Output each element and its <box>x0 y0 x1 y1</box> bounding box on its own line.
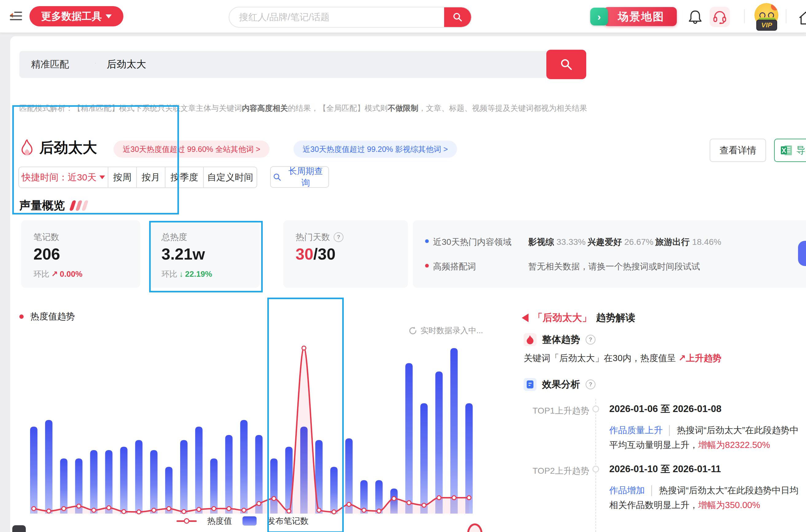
search-icon <box>452 12 463 23</box>
chart-data-point[interactable] <box>332 510 336 514</box>
line-legend-icon[interactable] <box>176 518 197 524</box>
chart-data-point[interactable] <box>107 506 111 510</box>
chart-bar[interactable] <box>420 403 428 514</box>
red-dot-icon <box>425 264 429 268</box>
chart-data-point[interactable] <box>302 346 306 350</box>
effect-analysis-section-title: 效果分析 ? <box>524 378 596 391</box>
triangle-left-icon <box>522 314 528 322</box>
long-cycle-query-button[interactable]: 长周期查询 <box>270 166 329 188</box>
chart-bar[interactable] <box>225 435 233 514</box>
chart-bar[interactable] <box>45 420 53 514</box>
chart-bar[interactable] <box>135 440 143 514</box>
chart-bar[interactable] <box>120 447 127 514</box>
chart-data-point[interactable] <box>182 510 186 514</box>
help-icon[interactable]: ? <box>334 232 343 242</box>
legend-bar-label[interactable]: 发布笔记数 <box>267 515 308 527</box>
chart-data-point[interactable] <box>452 496 456 500</box>
chart-line-area <box>34 348 469 514</box>
chart-data-point[interactable] <box>347 502 351 507</box>
help-icon[interactable]: ? <box>586 335 596 344</box>
chart-data-point[interactable] <box>377 509 381 513</box>
chart-data-point[interactable] <box>257 501 261 506</box>
chart-data-point[interactable] <box>197 508 201 511</box>
chart-data-point[interactable] <box>122 510 126 514</box>
chart-data-point[interactable] <box>167 507 171 511</box>
heat-rank-category-badge[interactable]: 近30天热度值超过 99.20% 影视综其他词 > <box>294 140 457 158</box>
scene-map-button[interactable]: › 场景地图 <box>590 7 677 26</box>
bar-legend-icon[interactable] <box>242 516 257 526</box>
help-icon[interactable]: ? <box>586 380 596 390</box>
chart-data-point[interactable] <box>77 504 81 508</box>
home-button[interactable] <box>795 8 806 28</box>
chart-data-point[interactable] <box>92 508 96 512</box>
chart-data-point[interactable] <box>362 508 366 512</box>
chart-bar[interactable] <box>195 427 203 514</box>
customer-service-button[interactable] <box>710 7 730 27</box>
chart-bar[interactable] <box>375 480 383 514</box>
chart-bar[interactable] <box>330 467 338 514</box>
keyword-search-button[interactable] <box>546 50 586 79</box>
chart-legend: 热度值 发布笔记数 <box>135 515 350 527</box>
search-icon <box>273 172 281 182</box>
more-data-tools-label: 更多数据工具 <box>41 10 102 23</box>
trend-panel-header: 「后劲太大」 趋势解读 <box>522 311 635 325</box>
timeline-node <box>593 466 599 473</box>
chart-bar[interactable] <box>60 458 68 514</box>
chart-data-point[interactable] <box>467 496 471 500</box>
chart-data-point[interactable] <box>317 508 321 512</box>
chart-data-point[interactable] <box>137 510 141 514</box>
top1-tag[interactable]: 作品质量上升 <box>609 425 663 435</box>
chart-data-point[interactable] <box>437 496 441 500</box>
match-mode-value: 精准匹配 <box>31 58 69 71</box>
chart-data-point[interactable] <box>422 503 426 507</box>
tab-by-week[interactable]: 按周 <box>108 167 136 188</box>
quick-time-dropdown[interactable]: 快捷时间：近30天 <box>19 167 108 188</box>
chart-data-point[interactable] <box>46 509 51 513</box>
chart-bar[interactable] <box>180 440 188 514</box>
chart-line <box>34 348 469 512</box>
chart-bar[interactable] <box>240 420 248 514</box>
trend-chart[interactable] <box>12 335 503 532</box>
chart-data-point[interactable] <box>212 507 216 511</box>
chart-data-point[interactable] <box>272 496 276 500</box>
chart-title: 热度值趋势 <box>19 310 75 323</box>
match-mode-note: 匹配模式解析：【精准匹配】模式下系统只关联文章主体与关键词内容高度相关的结果，【… <box>19 103 781 113</box>
chart-data-point[interactable] <box>227 507 231 511</box>
sidebar-collapse-icon[interactable] <box>10 11 22 21</box>
heat-rank-site-badge[interactable]: 近30天热度值超过 99.60% 全站其他词 > <box>114 140 269 158</box>
chart-bar[interactable] <box>210 458 218 514</box>
chart-data-point[interactable] <box>242 508 246 512</box>
chart-bar[interactable] <box>105 450 113 514</box>
chart-data-point[interactable] <box>392 496 396 500</box>
chart-data-point[interactable] <box>407 501 411 505</box>
down-arrow-icon: ↓ <box>179 269 183 279</box>
top1-date-range: 2026-01-06 至 2026-01-08 <box>609 402 721 415</box>
global-search-button[interactable] <box>444 7 471 27</box>
top2-tag[interactable]: 作品增加 <box>609 486 645 495</box>
chart-data-point[interactable] <box>287 509 291 513</box>
tab-custom-time[interactable]: 自定义时间 <box>203 167 257 188</box>
chart-bar[interactable] <box>30 427 37 514</box>
tab-by-quarter[interactable]: 按季度 <box>165 167 203 188</box>
chart-bar[interactable] <box>90 450 98 514</box>
chart-bar[interactable] <box>450 348 457 514</box>
keyword-search-input[interactable]: 后劲太大 <box>96 51 565 78</box>
stat-label: 热门天数 ? <box>296 231 343 243</box>
chart-data-point[interactable] <box>62 507 66 511</box>
topbar-divider <box>744 9 745 23</box>
view-detail-button[interactable]: 查看详情 <box>710 139 766 162</box>
tab-by-month[interactable]: 按月 <box>136 167 165 188</box>
notification-bell-button[interactable] <box>685 7 705 27</box>
scene-map-arrow-icon: › <box>590 8 608 25</box>
legend-line-label[interactable]: 热度值 <box>207 515 232 527</box>
chart-bar[interactable] <box>150 450 157 514</box>
chart-data-point[interactable] <box>152 508 156 512</box>
floating-side-button[interactable] <box>798 241 806 266</box>
export-data-button[interactable]: 导出数据 <box>774 139 806 162</box>
more-data-tools-button[interactable]: 更多数据工具 <box>30 6 124 26</box>
chart-bar[interactable] <box>406 363 413 514</box>
chart-bar[interactable] <box>435 372 443 514</box>
floating-widget-cutoff[interactable] <box>12 525 26 532</box>
global-search-input[interactable] <box>229 12 444 22</box>
chart-data-point[interactable] <box>32 507 36 511</box>
